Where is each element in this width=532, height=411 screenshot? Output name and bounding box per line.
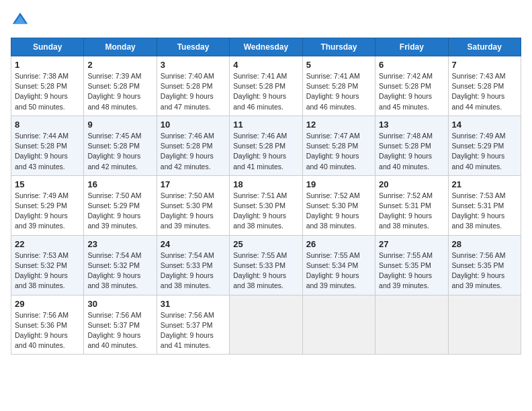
- day-info: Sunrise: 7:43 AMSunset: 5:28 PMDaylight:…: [452, 71, 517, 112]
- day-number: 7: [452, 60, 517, 70]
- day-info: Sunrise: 7:53 AMSunset: 5:32 PMDaylight:…: [15, 250, 80, 291]
- day-info: Sunrise: 7:54 AMSunset: 5:32 PMDaylight:…: [87, 250, 152, 291]
- calendar-cell: 10Sunrise: 7:46 AMSunset: 5:28 PMDayligh…: [157, 116, 229, 175]
- day-number: 28: [452, 239, 517, 249]
- calendar-cell: [375, 295, 448, 355]
- calendar-cell: 5Sunrise: 7:41 AMSunset: 5:28 PMDaylight…: [302, 56, 375, 116]
- day-info: Sunrise: 7:56 AMSunset: 5:37 PMDaylight:…: [161, 310, 226, 351]
- calendar-cell: 7Sunrise: 7:43 AMSunset: 5:28 PMDaylight…: [448, 56, 521, 116]
- day-info: Sunrise: 7:40 AMSunset: 5:28 PMDaylight:…: [161, 71, 226, 112]
- day-info: Sunrise: 7:38 AMSunset: 5:28 PMDaylight:…: [15, 71, 80, 112]
- day-info: Sunrise: 7:56 AMSunset: 5:36 PMDaylight:…: [15, 310, 80, 351]
- calendar-cell: 20Sunrise: 7:52 AMSunset: 5:31 PMDayligh…: [375, 175, 448, 235]
- day-info: Sunrise: 7:50 AMSunset: 5:29 PMDaylight:…: [87, 191, 152, 232]
- calendar-cell: 24Sunrise: 7:54 AMSunset: 5:33 PMDayligh…: [157, 235, 229, 295]
- day-number: 24: [161, 239, 226, 249]
- day-info: Sunrise: 7:47 AMSunset: 5:28 PMDaylight:…: [306, 131, 371, 172]
- day-number: 12: [306, 120, 371, 130]
- day-number: 1: [15, 60, 80, 70]
- calendar-cell: [448, 295, 521, 355]
- day-number: 20: [379, 179, 444, 189]
- calendar-cell: [230, 295, 302, 355]
- day-number: 23: [87, 239, 152, 249]
- day-number: 26: [306, 239, 371, 249]
- calendar-cell: 12Sunrise: 7:47 AMSunset: 5:28 PMDayligh…: [302, 116, 375, 175]
- day-info: Sunrise: 7:46 AMSunset: 5:28 PMDaylight:…: [233, 131, 298, 172]
- day-info: Sunrise: 7:39 AMSunset: 5:28 PMDaylight:…: [87, 71, 152, 112]
- calendar-week-row: 1Sunrise: 7:38 AMSunset: 5:28 PMDaylight…: [11, 56, 521, 116]
- day-info: Sunrise: 7:45 AMSunset: 5:28 PMDaylight:…: [87, 131, 152, 172]
- day-number: 31: [161, 299, 226, 309]
- day-number: 15: [15, 179, 80, 189]
- day-number: 19: [306, 179, 371, 189]
- calendar-cell: 3Sunrise: 7:40 AMSunset: 5:28 PMDaylight…: [157, 56, 229, 116]
- weekday-header: Tuesday: [157, 38, 229, 56]
- day-number: 27: [379, 239, 444, 249]
- day-info: Sunrise: 7:41 AMSunset: 5:28 PMDaylight:…: [306, 71, 371, 112]
- weekday-header: Monday: [84, 38, 157, 56]
- logo: [11, 11, 32, 30]
- day-info: Sunrise: 7:52 AMSunset: 5:31 PMDaylight:…: [379, 191, 444, 232]
- day-info: Sunrise: 7:49 AMSunset: 5:29 PMDaylight:…: [15, 191, 80, 232]
- weekday-header: Sunday: [11, 38, 84, 56]
- calendar-cell: 18Sunrise: 7:51 AMSunset: 5:30 PMDayligh…: [230, 175, 302, 235]
- day-number: 21: [452, 179, 517, 189]
- day-number: 8: [15, 120, 80, 130]
- weekday-header: Wednesday: [230, 38, 302, 56]
- day-info: Sunrise: 7:54 AMSunset: 5:33 PMDaylight:…: [161, 250, 226, 291]
- weekday-header: Thursday: [302, 38, 375, 56]
- calendar-week-row: 22Sunrise: 7:53 AMSunset: 5:32 PMDayligh…: [11, 235, 521, 295]
- calendar-cell: [302, 295, 375, 355]
- day-number: 10: [161, 120, 226, 130]
- calendar-cell: 22Sunrise: 7:53 AMSunset: 5:32 PMDayligh…: [11, 235, 84, 295]
- calendar-week-row: 8Sunrise: 7:44 AMSunset: 5:28 PMDaylight…: [11, 116, 521, 175]
- calendar-cell: 11Sunrise: 7:46 AMSunset: 5:28 PMDayligh…: [230, 116, 302, 175]
- day-number: 14: [452, 120, 517, 130]
- calendar-table: SundayMondayTuesdayWednesdayThursdayFrid…: [11, 38, 521, 355]
- day-info: Sunrise: 7:49 AMSunset: 5:29 PMDaylight:…: [452, 131, 517, 172]
- calendar-cell: 19Sunrise: 7:52 AMSunset: 5:30 PMDayligh…: [302, 175, 375, 235]
- calendar-cell: 9Sunrise: 7:45 AMSunset: 5:28 PMDaylight…: [84, 116, 157, 175]
- calendar-cell: 23Sunrise: 7:54 AMSunset: 5:32 PMDayligh…: [84, 235, 157, 295]
- day-info: Sunrise: 7:50 AMSunset: 5:30 PMDaylight:…: [161, 191, 226, 232]
- calendar-cell: 15Sunrise: 7:49 AMSunset: 5:29 PMDayligh…: [11, 175, 84, 235]
- calendar-cell: 30Sunrise: 7:56 AMSunset: 5:37 PMDayligh…: [84, 295, 157, 355]
- day-info: Sunrise: 7:55 AMSunset: 5:33 PMDaylight:…: [233, 250, 298, 291]
- day-number: 2: [87, 60, 152, 70]
- day-number: 30: [87, 299, 152, 309]
- calendar-week-row: 15Sunrise: 7:49 AMSunset: 5:29 PMDayligh…: [11, 175, 521, 235]
- day-info: Sunrise: 7:55 AMSunset: 5:35 PMDaylight:…: [379, 250, 444, 291]
- calendar-cell: 26Sunrise: 7:55 AMSunset: 5:34 PMDayligh…: [302, 235, 375, 295]
- calendar-cell: 17Sunrise: 7:50 AMSunset: 5:30 PMDayligh…: [157, 175, 229, 235]
- day-info: Sunrise: 7:53 AMSunset: 5:31 PMDaylight:…: [452, 191, 517, 232]
- day-number: 18: [233, 179, 298, 189]
- calendar-cell: 2Sunrise: 7:39 AMSunset: 5:28 PMDaylight…: [84, 56, 157, 116]
- day-info: Sunrise: 7:46 AMSunset: 5:28 PMDaylight:…: [161, 131, 226, 172]
- calendar-cell: 29Sunrise: 7:56 AMSunset: 5:36 PMDayligh…: [11, 295, 84, 355]
- calendar-cell: 4Sunrise: 7:41 AMSunset: 5:28 PMDaylight…: [230, 56, 302, 116]
- day-number: 13: [379, 120, 444, 130]
- calendar-cell: 14Sunrise: 7:49 AMSunset: 5:29 PMDayligh…: [448, 116, 521, 175]
- page-header: [11, 11, 521, 30]
- day-number: 16: [87, 179, 152, 189]
- calendar-cell: 6Sunrise: 7:42 AMSunset: 5:28 PMDaylight…: [375, 56, 448, 116]
- day-number: 29: [15, 299, 80, 309]
- day-number: 25: [233, 239, 298, 249]
- calendar-cell: 28Sunrise: 7:56 AMSunset: 5:35 PMDayligh…: [448, 235, 521, 295]
- calendar-cell: 16Sunrise: 7:50 AMSunset: 5:29 PMDayligh…: [84, 175, 157, 235]
- day-number: 5: [306, 60, 371, 70]
- day-info: Sunrise: 7:52 AMSunset: 5:30 PMDaylight:…: [306, 191, 371, 232]
- day-info: Sunrise: 7:41 AMSunset: 5:28 PMDaylight:…: [233, 71, 298, 112]
- day-number: 11: [233, 120, 298, 130]
- day-number: 3: [161, 60, 226, 70]
- day-info: Sunrise: 7:55 AMSunset: 5:34 PMDaylight:…: [306, 250, 371, 291]
- calendar-week-row: 29Sunrise: 7:56 AMSunset: 5:36 PMDayligh…: [11, 295, 521, 355]
- calendar-cell: 1Sunrise: 7:38 AMSunset: 5:28 PMDaylight…: [11, 56, 84, 116]
- day-number: 22: [15, 239, 80, 249]
- day-info: Sunrise: 7:44 AMSunset: 5:28 PMDaylight:…: [15, 131, 80, 172]
- day-info: Sunrise: 7:51 AMSunset: 5:30 PMDaylight:…: [233, 191, 298, 232]
- day-number: 4: [233, 60, 298, 70]
- day-info: Sunrise: 7:42 AMSunset: 5:28 PMDaylight:…: [379, 71, 444, 112]
- calendar-cell: 31Sunrise: 7:56 AMSunset: 5:37 PMDayligh…: [157, 295, 229, 355]
- weekday-header-row: SundayMondayTuesdayWednesdayThursdayFrid…: [11, 38, 521, 56]
